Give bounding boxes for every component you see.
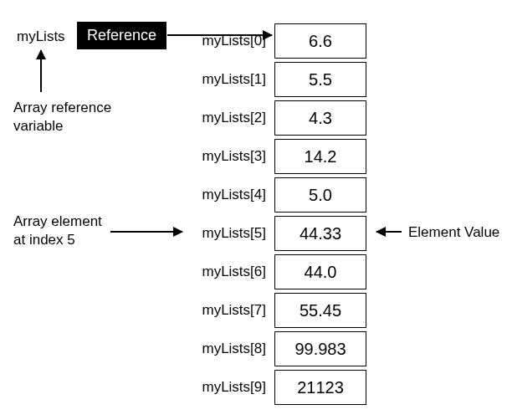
array-row: myLists[2] 4.3	[191, 100, 366, 136]
index-label: myLists[3]	[191, 148, 266, 165]
array-cell: 14.2	[274, 139, 366, 174]
index-label: myLists[2]	[191, 110, 266, 126]
array-cell: 44.33	[274, 216, 366, 251]
index-label: myLists[9]	[191, 379, 266, 396]
array-cell: 55.45	[274, 293, 366, 328]
array-row: myLists[7] 55.45	[191, 293, 366, 328]
caption-element-value: Element Value	[408, 223, 499, 242]
array-row: myLists[3] 14.2	[191, 139, 366, 174]
array-row: myLists[5] 44.33	[191, 216, 366, 251]
index-label: myLists[6]	[191, 264, 266, 280]
array-row: myLists[4] 5.0	[191, 177, 366, 213]
index-label: myLists[5]	[191, 225, 266, 242]
index-label: myLists[1]	[191, 71, 266, 88]
caption-array-reference-variable: Array reference variable	[13, 99, 111, 136]
array-row: myLists[6] 44.0	[191, 254, 366, 289]
array-cell: 44.0	[274, 254, 366, 289]
index-label: myLists[7]	[191, 302, 266, 319]
array-cell: 6.6	[274, 23, 366, 59]
array-row: myLists[1] 5.5	[191, 62, 366, 97]
caption-array-element-at-index: Array element at index 5	[13, 213, 102, 249]
arrow-caption-to-variable	[40, 50, 42, 92]
reference-box: Reference	[77, 22, 166, 49]
array-cell: 21123	[274, 370, 366, 405]
array-cell: 5.5	[274, 62, 366, 97]
array-row: myLists[9] 21123	[191, 370, 366, 405]
array-cell: 4.3	[274, 100, 366, 136]
array-row: myLists[8] 99.983	[191, 331, 366, 366]
arrow-caption-to-index5	[110, 231, 182, 233]
index-label: myLists[4]	[191, 187, 266, 203]
index-label: myLists[0]	[191, 33, 266, 49]
variable-name: myLists	[17, 28, 65, 45]
array-cell: 5.0	[274, 177, 366, 213]
index-label: myLists[8]	[191, 341, 266, 357]
array-row: myLists[0] 6.6	[191, 23, 366, 59]
array-cell: 99.983	[274, 331, 366, 366]
arrow-element-value-to-cell	[376, 231, 402, 233]
